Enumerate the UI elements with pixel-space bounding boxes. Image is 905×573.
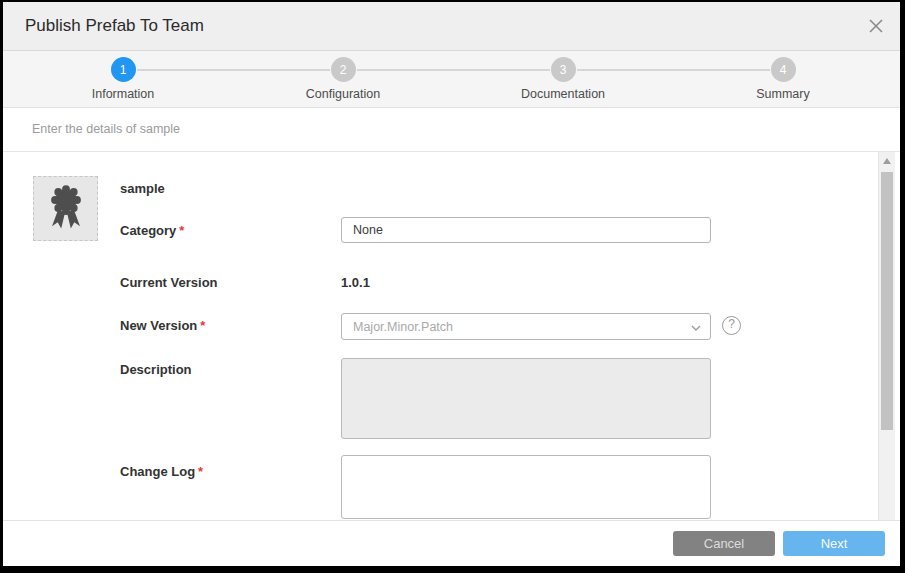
form-content: sample Category* Current Version 1.0.1 N… xyxy=(3,152,900,520)
category-input[interactable] xyxy=(341,217,711,243)
vertical-scrollbar xyxy=(878,152,895,520)
award-rosette-icon xyxy=(45,182,87,236)
help-icon[interactable]: ? xyxy=(722,316,741,335)
asset-name: sample xyxy=(120,181,165,196)
step-label: Summary xyxy=(708,87,858,101)
new-version-select[interactable] xyxy=(341,313,711,340)
scrollbar-thumb[interactable] xyxy=(881,172,893,430)
new-version-label: New Version* xyxy=(120,318,205,333)
description-label: Description xyxy=(120,362,192,377)
step-label: Information xyxy=(48,87,198,101)
step-description-bar: Enter the details of sample xyxy=(3,108,900,152)
cancel-button[interactable]: Cancel xyxy=(673,531,775,556)
scroll-up-icon[interactable] xyxy=(883,158,891,164)
dialog-header: Publish Prefab To Team xyxy=(3,2,900,51)
step-number-badge: 4 xyxy=(771,57,796,82)
new-version-input[interactable] xyxy=(341,313,711,340)
required-asterisk: * xyxy=(198,464,203,479)
category-label: Category* xyxy=(120,223,184,238)
step-label: Documentation xyxy=(488,87,638,101)
step-description-text: Enter the details of sample xyxy=(32,122,180,136)
required-asterisk: * xyxy=(200,318,205,333)
description-textarea xyxy=(341,358,711,439)
step-number-badge: 2 xyxy=(331,57,356,82)
step-label: Configuration xyxy=(268,87,418,101)
step-summary[interactable]: 4 Summary xyxy=(708,57,858,101)
change-log-label: Change Log* xyxy=(120,464,203,479)
prefab-thumbnail[interactable] xyxy=(33,176,98,241)
next-button[interactable]: Next xyxy=(783,531,885,556)
dialog-title: Publish Prefab To Team xyxy=(25,16,204,36)
step-number-badge: 1 xyxy=(111,57,136,82)
required-asterisk: * xyxy=(179,223,184,238)
close-icon[interactable] xyxy=(867,17,885,35)
step-number-badge: 3 xyxy=(551,57,576,82)
change-log-textarea[interactable] xyxy=(341,455,711,519)
dialog-footer: Cancel Next xyxy=(3,520,900,566)
current-version-label: Current Version xyxy=(120,275,218,290)
step-information[interactable]: 1 Information xyxy=(48,57,198,101)
publish-prefab-dialog: Publish Prefab To Team 1 Information 2 C… xyxy=(3,2,900,566)
current-version-value: 1.0.1 xyxy=(341,275,370,290)
wizard-stepper: 1 Information 2 Configuration 3 Document… xyxy=(3,51,900,108)
step-configuration[interactable]: 2 Configuration xyxy=(268,57,418,101)
step-documentation[interactable]: 3 Documentation xyxy=(488,57,638,101)
